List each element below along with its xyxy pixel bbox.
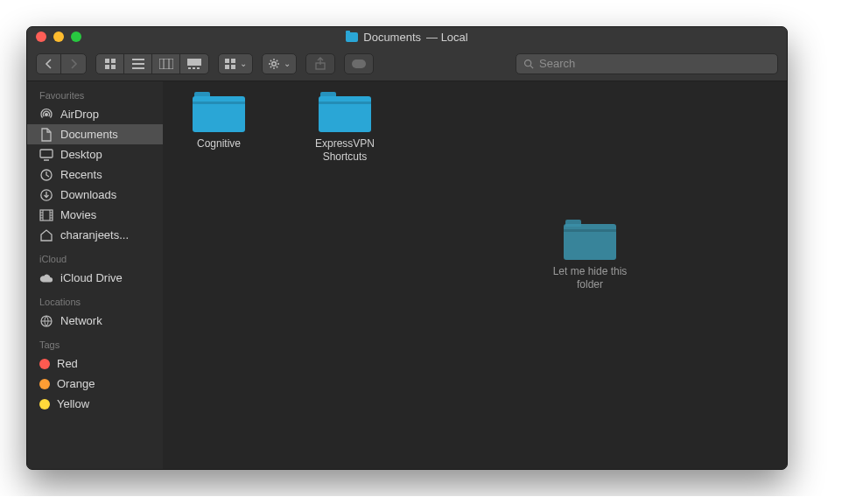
sidebar-section: LocationsNetwork xyxy=(27,293,163,331)
view-icon-button[interactable] xyxy=(96,54,124,74)
sidebar-heading: Locations xyxy=(27,293,163,311)
sidebar-item-label: Desktop xyxy=(60,148,102,161)
search-field[interactable]: Search xyxy=(516,53,778,74)
svg-rect-5 xyxy=(187,59,201,66)
chevron-right-icon xyxy=(70,59,78,69)
svg-point-16 xyxy=(525,60,531,66)
grid-icon xyxy=(104,58,116,70)
folder-icon xyxy=(193,94,245,132)
back-button[interactable] xyxy=(37,54,61,74)
file-label: Let me hide this folder xyxy=(548,265,632,291)
body: FavouritesAirDropDocumentsDesktopRecents… xyxy=(27,81,787,469)
content-area[interactable]: CognitiveExpressVPN Shortcuts Let me hid… xyxy=(163,81,787,469)
svg-rect-7 xyxy=(193,67,195,69)
svg-rect-12 xyxy=(231,65,235,69)
sidebar-item-label: Yellow xyxy=(57,397,89,410)
title-folder-name: Documents xyxy=(363,31,421,44)
view-column-button[interactable] xyxy=(152,54,180,74)
svg-rect-11 xyxy=(225,65,229,69)
columns-icon xyxy=(159,59,173,69)
sidebar-item-charanjeets-[interactable]: charanjeets... xyxy=(27,225,163,245)
sidebar-item-network[interactable]: Network xyxy=(27,311,163,331)
view-gallery-button[interactable] xyxy=(180,54,208,74)
view-list-button[interactable] xyxy=(124,54,152,74)
svg-rect-4 xyxy=(159,59,173,69)
tag-dot-icon xyxy=(39,379,50,389)
sidebar-item-label: Red xyxy=(57,357,78,370)
tag-pill-icon xyxy=(351,59,367,69)
toolbar: ⌄ ⌄ Search xyxy=(27,46,787,81)
sidebar-item-label: Network xyxy=(60,314,102,327)
sidebar-item-label: Downloads xyxy=(60,188,116,201)
file-label: ExpressVPN Shortcuts xyxy=(303,137,387,164)
svg-rect-8 xyxy=(197,67,200,69)
window-title: Documents — Local xyxy=(346,31,467,44)
sidebar-item-recents[interactable]: Recents xyxy=(27,164,163,185)
sidebar-item-movies[interactable]: Movies xyxy=(27,205,163,225)
sidebar-heading: Tags xyxy=(27,336,163,354)
sidebar-item-downloads[interactable]: Downloads xyxy=(27,185,163,205)
sidebar-item-yellow[interactable]: Yellow xyxy=(27,394,163,414)
svg-rect-3 xyxy=(111,65,116,69)
search-placeholder: Search xyxy=(539,57,575,70)
svg-rect-18 xyxy=(40,150,53,158)
close-button[interactable] xyxy=(36,32,46,42)
grid-icon xyxy=(224,58,236,70)
doc-icon xyxy=(39,129,53,141)
share-button[interactable] xyxy=(305,53,335,74)
group-by-button[interactable]: ⌄ xyxy=(218,53,253,74)
folder-icon xyxy=(346,32,358,42)
view-mode-group xyxy=(95,53,209,74)
sidebar: FavouritesAirDropDocumentsDesktopRecents… xyxy=(27,81,163,469)
gear-icon xyxy=(268,58,280,70)
gallery-icon xyxy=(187,59,201,69)
nav-group xyxy=(36,53,87,74)
finder-window: Documents — Local xyxy=(26,26,788,470)
floating-drag-item[interactable]: Let me hide this folder xyxy=(548,221,632,291)
sidebar-item-red[interactable]: Red xyxy=(27,354,163,374)
tag-dot-icon xyxy=(39,359,50,369)
minimize-button[interactable] xyxy=(53,32,64,42)
action-button[interactable]: ⌄ xyxy=(262,53,297,74)
file-item[interactable]: ExpressVPN Shortcuts xyxy=(303,94,387,164)
sidebar-heading: iCloud xyxy=(27,250,163,268)
sidebar-item-label: AirDrop xyxy=(60,108,99,121)
cloud-icon xyxy=(39,272,53,284)
tags-button[interactable] xyxy=(344,53,374,74)
tag-dot-icon xyxy=(39,399,50,410)
sidebar-item-orange[interactable]: Orange xyxy=(27,374,163,394)
sidebar-item-label: Orange xyxy=(57,377,95,390)
desktop-icon xyxy=(39,149,53,161)
svg-rect-6 xyxy=(188,67,191,69)
airdrop-icon xyxy=(39,108,53,121)
forward-button[interactable] xyxy=(61,54,86,74)
title-suffix: — Local xyxy=(426,31,468,44)
sidebar-item-icloud-drive[interactable]: iCloud Drive xyxy=(27,268,163,288)
sidebar-item-label: Documents xyxy=(60,128,118,141)
svg-rect-1 xyxy=(111,59,116,63)
svg-rect-2 xyxy=(105,65,109,69)
search-icon xyxy=(523,59,534,69)
svg-rect-15 xyxy=(352,60,366,68)
traffic-lights xyxy=(36,32,81,42)
file-item[interactable]: Cognitive xyxy=(177,94,261,164)
sidebar-item-airdrop[interactable]: AirDrop xyxy=(27,104,163,124)
sidebar-item-label: Recents xyxy=(60,168,102,181)
network-icon xyxy=(39,315,53,327)
sidebar-item-label: iCloud Drive xyxy=(60,271,123,284)
movies-icon xyxy=(39,209,53,221)
sidebar-item-label: Movies xyxy=(60,208,96,221)
list-icon xyxy=(132,59,144,69)
svg-point-13 xyxy=(272,61,277,66)
fullscreen-button[interactable] xyxy=(71,32,81,42)
sidebar-section: iCloudiCloud Drive xyxy=(27,250,163,288)
file-label: Cognitive xyxy=(197,137,241,150)
svg-rect-10 xyxy=(231,59,235,63)
sidebar-item-desktop[interactable]: Desktop xyxy=(27,144,163,164)
sidebar-section: TagsRedOrangeYellow xyxy=(27,336,163,414)
svg-rect-9 xyxy=(225,59,229,63)
sidebar-item-label: charanjeets... xyxy=(60,228,129,242)
titlebar[interactable]: Documents — Local xyxy=(27,27,787,46)
sidebar-item-documents[interactable]: Documents xyxy=(27,124,163,144)
chevron-down-icon: ⌄ xyxy=(240,59,247,68)
